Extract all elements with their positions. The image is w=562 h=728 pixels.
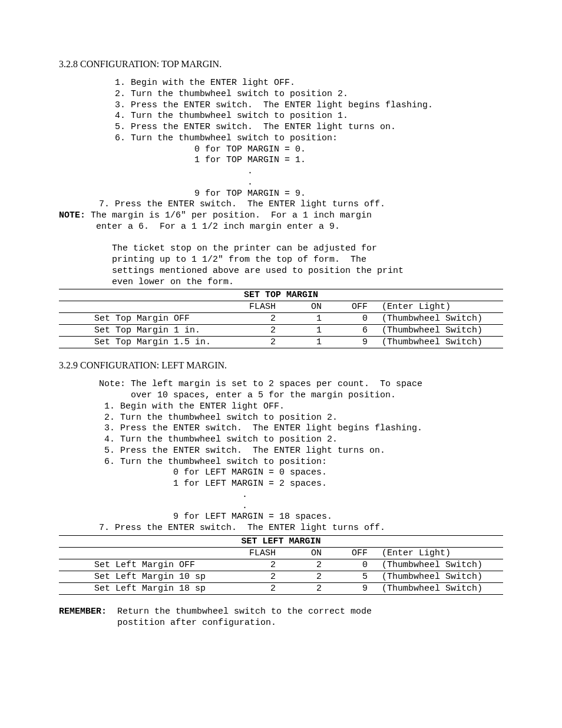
table-row: Set Left Margin OFF 2 2 0 (Thumbwheel Sw… (59, 559, 503, 571)
cell-label: Set Left Margin 18 sp (59, 582, 232, 594)
cell-label: Set Left Margin OFF (59, 559, 232, 571)
cell-label: Set Top Margin 1 in. (59, 325, 232, 337)
cell-note: (Thumbwheel Switch) (370, 325, 503, 337)
cell-note: (Thumbwheel Switch) (370, 313, 503, 325)
note-label: NOTE: (59, 210, 85, 220)
th-flash: FLASH (232, 301, 278, 313)
th-off: OFF (324, 547, 370, 559)
cell-off: 0 (324, 559, 370, 571)
cell-on: 1 (278, 313, 324, 325)
th-on: ON (278, 547, 324, 559)
remember-block: REMEMBER: Return the thumbwheel switch t… (59, 607, 503, 629)
cell-on: 2 (278, 582, 324, 594)
cell-off: 9 (324, 337, 370, 348)
th-off: OFF (324, 301, 370, 313)
cell-note: (Thumbwheel Switch) (370, 571, 503, 582)
cell-label: Set Left Margin 10 sp (59, 571, 232, 582)
note-text: The margin is 1/6" per position. For a 1… (59, 210, 404, 287)
table-title: SET LEFT MARGIN (59, 535, 503, 547)
cell-flash: 2 (232, 313, 278, 325)
remember-label: REMEMBER: (59, 607, 107, 617)
cell-note: (Thumbwheel Switch) (370, 337, 503, 348)
table-header-row: FLASH ON OFF (Enter Light) (59, 547, 503, 559)
cell-on: 1 (278, 325, 324, 337)
table-row: Set Left Margin 10 sp 2 2 5 (Thumbwheel … (59, 571, 503, 582)
steps-top: 1. Begin with the ENTER light OFF. 2. Tu… (88, 78, 503, 210)
cell-flash: 2 (232, 571, 278, 582)
th-note: (Enter Light) (370, 301, 503, 313)
table-top-margin: SET TOP MARGIN FLASH ON OFF (Enter Light… (59, 289, 503, 348)
table-row: Set Left Margin 18 sp 2 2 9 (Thumbwheel … (59, 582, 503, 594)
cell-off: 5 (324, 571, 370, 582)
table-row: Set Top Margin 1.5 in. 2 1 9 (Thumbwheel… (59, 337, 503, 348)
cell-label: Set Top Margin OFF (59, 313, 232, 325)
section-heading-top: 3.2.8 CONFIGURATION: TOP MARGIN. (59, 59, 503, 70)
cell-note: (Thumbwheel Switch) (370, 582, 503, 594)
cell-off: 0 (324, 313, 370, 325)
th-label (59, 547, 232, 559)
th-flash: FLASH (232, 547, 278, 559)
th-note: (Enter Light) (370, 547, 503, 559)
cell-note: (Thumbwheel Switch) (370, 559, 503, 571)
table-row: Set Top Margin OFF 2 1 0 (Thumbwheel Swi… (59, 313, 503, 325)
cell-on: 2 (278, 571, 324, 582)
steps-left: Note: The left margin is set to 2 spaces… (88, 379, 503, 534)
cell-on: 2 (278, 559, 324, 571)
cell-flash: 2 (232, 337, 278, 348)
table-left-margin: SET LEFT MARGIN FLASH ON OFF (Enter Ligh… (59, 535, 503, 595)
cell-label: Set Top Margin 1.5 in. (59, 337, 232, 348)
th-on: ON (278, 301, 324, 313)
cell-flash: 2 (232, 582, 278, 594)
cell-flash: 2 (232, 559, 278, 571)
table-header-row: FLASH ON OFF (Enter Light) (59, 301, 503, 313)
th-label (59, 301, 232, 313)
cell-off: 6 (324, 325, 370, 337)
note-block-top: NOTE: The margin is 1/6" per position. F… (59, 210, 503, 288)
table-row: Set Top Margin 1 in. 2 1 6 (Thumbwheel S… (59, 325, 503, 337)
section-heading-left: 3.2.9 CONFIGURATION: LEFT MARGIN. (59, 360, 503, 371)
table-title: SET TOP MARGIN (59, 289, 503, 301)
cell-on: 1 (278, 337, 324, 348)
cell-flash: 2 (232, 325, 278, 337)
cell-off: 9 (324, 582, 370, 594)
